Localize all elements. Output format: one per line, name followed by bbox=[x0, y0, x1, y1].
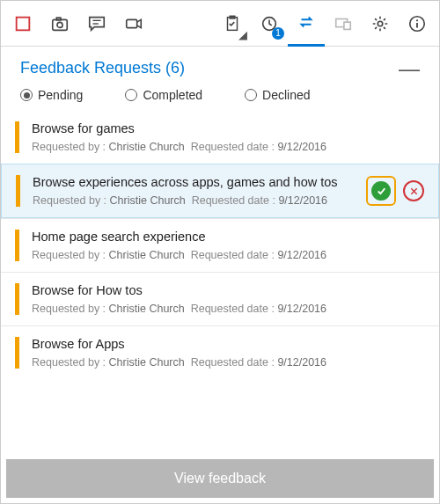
info-button[interactable] bbox=[399, 1, 436, 47]
top-toolbar: ◢ 1 bbox=[1, 1, 439, 47]
item-meta: Requested by : Christie Church Requested… bbox=[32, 303, 425, 315]
item-meta: Requested by : Christie Church Requested… bbox=[32, 356, 425, 369]
feedback-item[interactable]: Browse for gamesRequested by : Christie … bbox=[1, 111, 439, 164]
radio-icon bbox=[125, 89, 137, 101]
requester-name: Christie Church bbox=[109, 249, 185, 261]
filter-declined[interactable]: Declined bbox=[245, 88, 310, 102]
accent-bar bbox=[15, 121, 19, 153]
square-icon bbox=[13, 14, 33, 33]
item-text: Browse for AppsRequested by : Christie C… bbox=[32, 337, 425, 369]
accent-bar bbox=[15, 283, 19, 315]
requested-by-label: Requested by : bbox=[32, 356, 106, 369]
close-icon bbox=[409, 186, 419, 196]
camera-icon bbox=[50, 14, 70, 33]
item-title: Home page search experience bbox=[32, 230, 425, 244]
item-title: Browse for games bbox=[32, 121, 425, 135]
requested-date-label: Requested date : bbox=[191, 356, 275, 369]
signal-icon: ◢ bbox=[238, 28, 247, 41]
svg-rect-11 bbox=[344, 22, 350, 29]
svg-point-12 bbox=[378, 21, 383, 26]
item-meta: Requested by : Christie Church Requested… bbox=[32, 249, 425, 261]
svg-rect-3 bbox=[56, 18, 61, 20]
feedback-item[interactable]: Home page search experienceRequested by … bbox=[1, 218, 439, 272]
requested-date-label: Requested date : bbox=[191, 303, 275, 315]
camera-button[interactable] bbox=[41, 1, 78, 47]
decline-button[interactable] bbox=[403, 180, 424, 201]
requested-date: 9/12/2016 bbox=[277, 303, 326, 315]
item-text: Home page search experienceRequested by … bbox=[32, 230, 425, 261]
item-text: Browse for How tosRequested by : Christi… bbox=[32, 283, 425, 315]
requested-date: 9/12/2016 bbox=[277, 356, 326, 369]
tasks-button[interactable]: ◢ bbox=[214, 1, 251, 47]
sync-icon bbox=[297, 12, 316, 32]
accept-button[interactable] bbox=[366, 176, 396, 206]
item-actions bbox=[366, 176, 424, 206]
requested-by-label: Requested by : bbox=[32, 303, 106, 315]
sync-tab[interactable] bbox=[288, 1, 325, 47]
view-feedback-button[interactable]: View feedback bbox=[6, 459, 434, 498]
feedback-item[interactable]: Browse experiences across apps, games an… bbox=[1, 164, 439, 218]
item-text: Browse experiences across apps, games an… bbox=[33, 175, 357, 207]
info-icon bbox=[407, 14, 427, 33]
accent-bar bbox=[15, 230, 19, 261]
filter-pending[interactable]: Pending bbox=[20, 88, 83, 102]
comment-icon bbox=[87, 14, 106, 33]
video-button[interactable] bbox=[115, 1, 152, 47]
stop-record-button[interactable] bbox=[4, 1, 41, 47]
svg-rect-0 bbox=[17, 17, 30, 30]
accent-bar bbox=[15, 337, 19, 369]
feedback-list: Browse for gamesRequested by : Christie … bbox=[1, 111, 439, 454]
check-circle-icon bbox=[371, 181, 391, 201]
svg-rect-6 bbox=[127, 19, 137, 27]
video-icon bbox=[124, 14, 143, 33]
requested-by-label: Requested by : bbox=[32, 141, 106, 153]
history-button[interactable]: 1 bbox=[251, 1, 288, 47]
gear-icon bbox=[370, 14, 390, 33]
filter-label: Pending bbox=[38, 88, 83, 102]
requester-name: Christie Church bbox=[109, 356, 185, 369]
item-text: Browse for gamesRequested by : Christie … bbox=[32, 121, 425, 153]
requested-by-label: Requested by : bbox=[32, 249, 106, 261]
requester-name: Christie Church bbox=[110, 194, 186, 207]
accent-bar bbox=[16, 175, 20, 207]
svg-point-2 bbox=[57, 22, 62, 27]
devices-icon bbox=[334, 14, 353, 33]
requested-date-label: Requested date : bbox=[192, 194, 275, 207]
requester-name: Christie Church bbox=[109, 303, 185, 315]
requested-date: 9/12/2016 bbox=[277, 249, 326, 261]
radio-icon bbox=[20, 89, 33, 101]
feedback-item[interactable]: Browse for AppsRequested by : Christie C… bbox=[1, 325, 439, 379]
svg-point-14 bbox=[416, 19, 418, 21]
item-title: Browse for Apps bbox=[32, 337, 425, 351]
collapse-button[interactable]: — bbox=[399, 64, 420, 73]
filter-completed[interactable]: Completed bbox=[125, 88, 202, 102]
item-meta: Requested by : Christie Church Requested… bbox=[32, 141, 425, 153]
item-title: Browse experiences across apps, games an… bbox=[33, 175, 357, 189]
requester-name: Christie Church bbox=[109, 141, 185, 153]
requested-date-label: Requested date : bbox=[191, 249, 275, 261]
settings-button[interactable] bbox=[362, 1, 399, 47]
devices-button[interactable] bbox=[325, 1, 362, 47]
feedback-item[interactable]: Browse for How tosRequested by : Christi… bbox=[1, 272, 439, 325]
panel-title: Feedback Requests (6) bbox=[20, 59, 185, 77]
notification-badge: 1 bbox=[272, 27, 284, 40]
item-meta: Requested by : Christie Church Requested… bbox=[33, 194, 357, 207]
requested-date: 9/12/2016 bbox=[277, 141, 326, 153]
filter-row: Pending Completed Declined bbox=[20, 88, 420, 106]
requested-by-label: Requested by : bbox=[33, 194, 106, 207]
comment-button[interactable] bbox=[78, 1, 115, 47]
filter-label: Declined bbox=[262, 88, 310, 102]
filter-label: Completed bbox=[143, 88, 202, 102]
svg-rect-1 bbox=[53, 19, 68, 30]
requested-date-label: Requested date : bbox=[191, 141, 275, 153]
panel-header-area: Feedback Requests (6) — Pending Complete… bbox=[1, 47, 439, 111]
requested-date: 9/12/2016 bbox=[278, 194, 327, 207]
radio-icon bbox=[245, 89, 257, 101]
item-title: Browse for How tos bbox=[32, 283, 425, 297]
